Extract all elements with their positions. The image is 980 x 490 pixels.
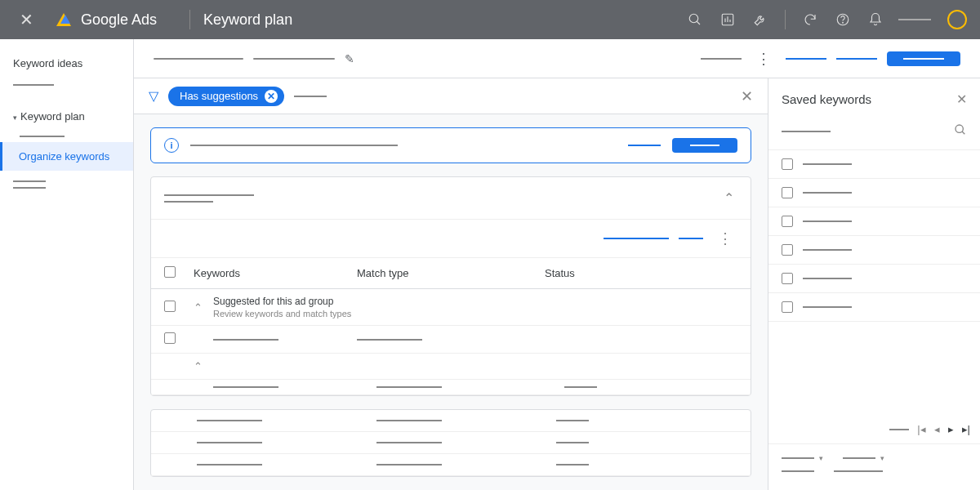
panel-close-icon[interactable]: ✕ (956, 91, 967, 107)
info-banner: i (150, 127, 751, 163)
plan-name-placeholder (154, 58, 243, 60)
table-row[interactable] (151, 326, 751, 354)
toolbar-link-2[interactable] (836, 58, 877, 60)
item-text (803, 192, 852, 194)
expand-icon[interactable]: ⌃ (194, 360, 213, 372)
more-options-icon[interactable]: ⋮ (751, 50, 776, 68)
cell-placeholder (197, 420, 262, 421)
footer-placeholder (834, 470, 883, 472)
app-header: ✕ Google Ads Keyword plan (0, 0, 980, 39)
cell-placeholder (197, 464, 262, 466)
sidebar-placeholder[interactable] (13, 84, 54, 86)
refresh-icon[interactable] (800, 10, 820, 29)
list-item[interactable] (768, 265, 980, 293)
primary-action-button[interactable] (887, 51, 960, 66)
profile-avatar[interactable] (947, 10, 967, 29)
list-item[interactable] (768, 236, 980, 265)
search-placeholder (782, 131, 831, 132)
filter-chip-label: Has suggestions (180, 90, 258, 102)
item-checkbox[interactable] (782, 244, 793, 256)
table-row[interactable] (151, 410, 751, 432)
last-page-icon[interactable]: ▸| (962, 423, 970, 435)
card-header: ⌃ (151, 177, 751, 220)
item-checkbox[interactable] (782, 301, 793, 313)
tools-icon[interactable] (751, 10, 770, 29)
saved-keywords-list (768, 150, 980, 415)
col-header-match-type[interactable]: Match type (357, 267, 545, 279)
row-checkbox[interactable] (164, 332, 176, 344)
close-filter-icon[interactable]: ✕ (741, 87, 753, 105)
sidebar-item-organize-keywords[interactable]: Organize keywords (0, 142, 133, 171)
reports-icon[interactable] (718, 10, 737, 29)
cell-placeholder (197, 442, 262, 443)
expand-icon[interactable]: ⌃ (194, 301, 213, 314)
cell-placeholder (376, 420, 442, 421)
saved-keywords-panel: Saved keywords ✕ (768, 78, 980, 490)
filter-bar: ▽ Has suggestions ✕ ✕ (134, 78, 768, 114)
notifications-icon[interactable] (866, 10, 885, 29)
suggested-subtitle: Review keywords and match types (213, 309, 351, 318)
search-icon[interactable] (685, 10, 705, 29)
footer-dropdown-1[interactable]: ▾ (782, 454, 823, 462)
next-page-icon[interactable]: ▸ (948, 423, 954, 435)
sidebar-item-keyword-ideas[interactable]: Keyword ideas (0, 49, 133, 78)
select-all-checkbox[interactable] (164, 266, 176, 278)
sidebar-placeholder[interactable] (13, 187, 46, 189)
list-item[interactable] (768, 293, 980, 322)
match-cell (376, 386, 442, 388)
table-row[interactable]: ⌃ (151, 354, 751, 380)
collapse-icon[interactable]: ⌃ (720, 187, 737, 209)
list-item[interactable] (768, 150, 980, 179)
svg-point-8 (956, 125, 963, 132)
sidebar-placeholder[interactable] (13, 180, 46, 182)
panel-search[interactable] (768, 117, 980, 150)
item-checkbox[interactable] (782, 158, 793, 170)
filter-chip-has-suggestions[interactable]: Has suggestions ✕ (168, 87, 284, 106)
match-cell (357, 339, 422, 341)
suggested-group-row: ⌃ Suggested for this ad group Review key… (151, 289, 751, 326)
list-item[interactable] (768, 179, 980, 207)
list-item[interactable] (768, 207, 980, 236)
search-icon[interactable] (954, 123, 967, 140)
panel-title: Saved keywords (782, 92, 956, 106)
item-text (803, 163, 852, 165)
item-checkbox[interactable] (782, 187, 793, 198)
edit-icon[interactable]: ✎ (345, 52, 354, 65)
item-checkbox[interactable] (782, 216, 793, 227)
table-row[interactable] (151, 454, 751, 476)
chip-remove-icon[interactable]: ✕ (265, 90, 278, 103)
main-content: i ⌃ (134, 114, 768, 490)
divider (785, 10, 786, 29)
close-icon[interactable]: ✕ (13, 10, 40, 29)
first-page-icon[interactable]: |◂ (917, 423, 925, 435)
col-header-status[interactable]: Status (545, 267, 737, 279)
sidebar-item-keyword-plan[interactable]: Keyword plan (0, 102, 133, 131)
add-filter-placeholder[interactable] (294, 96, 327, 97)
item-checkbox[interactable] (782, 273, 793, 284)
item-text (803, 220, 852, 222)
account-placeholder[interactable] (898, 19, 931, 20)
subheader-link-2[interactable] (679, 238, 703, 239)
toolbar-link-1[interactable] (786, 58, 826, 60)
toolbar-text-placeholder (701, 58, 742, 60)
filter-icon[interactable]: ▽ (149, 88, 158, 104)
ad-group-card: ⌃ ⋮ Keywords Match type Status (150, 176, 751, 396)
status-cell (564, 386, 597, 388)
info-action-button[interactable] (672, 138, 737, 153)
subheader-link-1[interactable] (604, 238, 669, 239)
sidebar-sub-placeholder[interactable] (20, 136, 65, 137)
table-row[interactable] (151, 380, 751, 395)
prev-page-icon[interactable]: ◂ (934, 423, 940, 435)
row-checkbox[interactable] (164, 301, 176, 312)
help-icon[interactable] (833, 10, 853, 29)
footer-dropdown-2[interactable]: ▾ (843, 454, 884, 462)
col-header-keywords[interactable]: Keywords (194, 267, 357, 279)
cell-placeholder (376, 464, 442, 466)
info-link[interactable] (628, 145, 661, 146)
info-icon: i (164, 138, 179, 153)
row-more-icon[interactable]: ⋮ (713, 229, 737, 247)
svg-point-7 (843, 22, 844, 23)
info-text-placeholder (190, 145, 398, 146)
cell-placeholder (556, 464, 589, 466)
table-row[interactable] (151, 432, 751, 454)
